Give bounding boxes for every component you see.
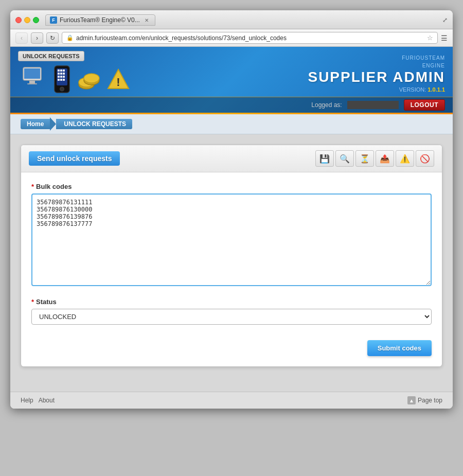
form-card: Send unlock requests 💾 🔍 ⏳ 📤 xyxy=(21,145,442,367)
breadcrumb-current: UNLOCK REQUESTS xyxy=(56,119,132,129)
svg-rect-11 xyxy=(63,73,65,75)
svg-point-18 xyxy=(60,87,64,91)
svg-rect-10 xyxy=(60,73,62,75)
header-icons: ! xyxy=(21,66,131,92)
reload-button[interactable]: ↻ xyxy=(46,32,59,44)
address-bar[interactable]: 🔒 admin.furiousteam.com/en/unlock_reques… xyxy=(62,32,438,44)
minimize-window-button[interactable] xyxy=(24,17,30,23)
header-banner: UNLOCK REQUESTS xyxy=(10,47,453,114)
form-header: Send unlock requests 💾 🔍 ⏳ 📤 xyxy=(21,145,442,172)
expand-button[interactable]: ⤢ xyxy=(442,16,448,24)
submit-button[interactable]: Submit codes xyxy=(367,340,432,356)
forward-icon: › xyxy=(36,34,38,42)
unlock-requests-badge[interactable]: UNLOCK REQUESTS xyxy=(18,51,84,61)
warning-triangle-icon: ! xyxy=(105,66,131,92)
version-area: VERSION: 1.0.1.1 xyxy=(308,86,445,93)
title-bar: F FuriousTeam® Engine© V0... ✕ ⤢ xyxy=(10,10,453,29)
logout-button[interactable]: LOGOUT xyxy=(404,99,445,111)
close-window-button[interactable] xyxy=(15,17,22,23)
back-button[interactable]: ‹ xyxy=(15,32,28,44)
monitor-icon xyxy=(21,66,46,92)
svg-rect-17 xyxy=(63,79,65,81)
tab-title: FuriousTeam® Engine© V0... xyxy=(60,16,140,24)
phone-icon xyxy=(49,66,75,92)
brand-area: FURIOUSTEAM ENGINE SUPPLIER ADMIN VERSIO… xyxy=(308,51,445,93)
form-body: * Bulk codes 356789876131111 35678987613… xyxy=(21,172,442,366)
bulk-codes-field-group: * Bulk codes 356789876131111 35678987613… xyxy=(31,183,432,288)
breadcrumb-home[interactable]: Home xyxy=(21,119,50,129)
search-icon: 🔍 xyxy=(340,154,350,164)
footer-left: Help About xyxy=(21,397,55,404)
cancel-icon: 🚫 xyxy=(420,154,430,164)
bulk-codes-label: * Bulk codes xyxy=(31,183,432,190)
about-link[interactable]: About xyxy=(39,397,55,404)
bulk-codes-textarea[interactable]: 356789876131111 356789876130000 35678987… xyxy=(31,193,432,286)
traffic-lights xyxy=(15,17,39,23)
svg-rect-15 xyxy=(58,79,60,81)
warning-icon: ⚠️ xyxy=(400,154,410,164)
upload-button[interactable]: 📤 xyxy=(376,150,394,167)
maximize-window-button[interactable] xyxy=(33,17,39,23)
forward-button[interactable]: › xyxy=(31,32,43,44)
svg-rect-16 xyxy=(60,79,62,81)
page-top-label: Page top xyxy=(418,397,442,404)
header-top: UNLOCK REQUESTS xyxy=(10,47,453,97)
search-button[interactable]: 🔍 xyxy=(335,150,354,167)
browser-window: F FuriousTeam® Engine© V0... ✕ ⤢ ‹ › ↻ 🔒… xyxy=(10,10,453,409)
version-number: 1.0.1.1 xyxy=(428,86,445,93)
page-top-link[interactable]: ▲ Page top xyxy=(407,396,442,404)
breadcrumb-bar: Home UNLOCK REQUESTS xyxy=(10,114,453,134)
upload-icon: 📤 xyxy=(380,154,390,164)
tab-favicon: F xyxy=(50,16,57,24)
menu-icon[interactable]: ☰ xyxy=(441,34,448,42)
svg-rect-1 xyxy=(24,68,40,79)
cancel-button[interactable]: 🚫 xyxy=(416,150,434,167)
url-text: admin.furiousteam.com/en/unlock_requests… xyxy=(76,34,424,42)
bookmark-icon[interactable]: ☆ xyxy=(427,34,433,42)
svg-rect-9 xyxy=(58,73,60,75)
brand-title: SUPPLIER ADMIN xyxy=(308,69,445,85)
toolbar: 💾 🔍 ⏳ 📤 ⚠️ 🚫 xyxy=(315,150,434,167)
nav-bar: ‹ › ↻ 🔒 admin.furiousteam.com/en/unlock_… xyxy=(10,29,453,47)
form-title: Send unlock requests xyxy=(29,151,120,166)
svg-rect-12 xyxy=(58,76,60,78)
page-footer: Help About ▲ Page top xyxy=(10,392,453,409)
reload-icon: ↻ xyxy=(50,34,55,42)
status-label: * Status xyxy=(31,298,432,306)
status-select[interactable]: UNLOCKED PENDING FAILED xyxy=(31,309,432,325)
main-content: Send unlock requests 💾 🔍 ⏳ 📤 xyxy=(10,134,453,392)
form-footer: Submit codes xyxy=(31,335,432,356)
history-button[interactable]: ⏳ xyxy=(355,150,374,167)
svg-rect-6 xyxy=(58,69,60,72)
header-bottom-bar: Logged as: LOGOUT xyxy=(10,97,453,113)
required-star-status: * xyxy=(31,298,34,306)
warning-button[interactable]: ⚠️ xyxy=(396,150,414,167)
svg-rect-8 xyxy=(63,69,65,72)
history-icon: ⏳ xyxy=(360,154,370,164)
lock-icon: 🔒 xyxy=(66,34,74,41)
version-label: VERSION: xyxy=(399,86,426,93)
tab-bar: F FuriousTeam® Engine© V0... ✕ xyxy=(45,14,439,26)
svg-rect-7 xyxy=(60,69,62,72)
save-icon: 💾 xyxy=(319,154,330,164)
brand-small: FURIOUSTEAM ENGINE xyxy=(308,54,445,69)
breadcrumb-separator xyxy=(50,117,56,131)
back-icon: ‹ xyxy=(21,34,23,42)
logged-as-label: Logged as: xyxy=(311,101,342,109)
active-tab[interactable]: F FuriousTeam® Engine© V0... ✕ xyxy=(45,14,155,26)
coins-icon xyxy=(77,66,103,92)
status-field-group: * Status UNLOCKED PENDING FAILED xyxy=(31,298,432,325)
page-top-icon: ▲ xyxy=(407,396,416,404)
svg-point-22 xyxy=(84,74,99,83)
svg-rect-14 xyxy=(63,76,65,78)
save-button[interactable]: 💾 xyxy=(315,150,334,167)
tab-close-button[interactable]: ✕ xyxy=(145,17,149,23)
svg-rect-2 xyxy=(29,81,35,83)
svg-rect-13 xyxy=(60,76,62,78)
logged-as-value xyxy=(347,101,399,109)
required-star-bulk: * xyxy=(31,183,34,190)
svg-text:!: ! xyxy=(116,76,120,89)
help-link[interactable]: Help xyxy=(21,397,33,404)
svg-rect-3 xyxy=(27,83,37,84)
